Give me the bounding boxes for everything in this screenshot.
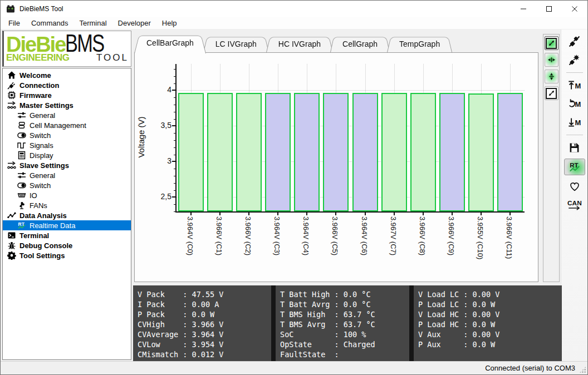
scale-vertical-arrows-button[interactable] — [545, 70, 558, 83]
y-tick — [172, 161, 175, 162]
x-tick — [277, 213, 278, 215]
memory-reload-button[interactable]: M — [564, 96, 585, 111]
y-axis — [175, 64, 177, 213]
home-icon — [7, 71, 16, 80]
y-tick-label: 3 — [135, 156, 171, 165]
sidebar-item-cell-management[interactable]: Cell Management — [3, 120, 131, 130]
sidebar-item-label: Slave Settings — [19, 161, 69, 170]
menu-item-terminal[interactable]: Terminal — [74, 18, 112, 28]
sidebar-item-general[interactable]: General — [3, 110, 131, 120]
value-row-p-aux: P Aux : 0.0 W — [418, 339, 562, 349]
x-tick — [423, 213, 424, 215]
value-row-faultstate: FaultState : — [280, 349, 409, 359]
minimize-button[interactable] — [511, 1, 536, 17]
tab-label: TempGraph — [399, 40, 440, 48]
plot-area: Voltage (V) 2,533,543.964V (C0)3.966V (C… — [135, 53, 539, 283]
panel-divider — [409, 285, 414, 361]
scale-diagonal-arrow-icon — [546, 88, 557, 99]
sidebar-item-realtime-data[interactable]: RTRealtime Data — [3, 220, 131, 230]
plug-connect-button[interactable] — [564, 34, 585, 49]
heart-button[interactable] — [564, 179, 585, 194]
tab-label: CellBarGraph — [146, 38, 194, 47]
memory-upload-button[interactable]: M — [564, 78, 585, 93]
memory-reload-icon: M — [567, 98, 582, 109]
sidebar-item-signals[interactable]: Signals — [3, 140, 131, 150]
menu-item-help[interactable]: Help — [156, 18, 183, 28]
save-button[interactable] — [564, 140, 585, 155]
tab-hc-ivgraph[interactable]: HC IVGraph — [266, 35, 333, 52]
x-tick — [190, 213, 192, 215]
x-tick — [335, 213, 336, 215]
scatter-icon — [7, 211, 16, 220]
x-label-C0: 3.964V (C0) — [186, 216, 194, 255]
tab-tempgraph[interactable]: TempGraph — [387, 35, 452, 52]
resize-grip[interactable] — [579, 366, 586, 373]
y-minor-tick — [174, 83, 175, 84]
bar-C5 — [323, 93, 349, 211]
sidebar-item-fans[interactable]: FANs — [3, 200, 131, 210]
sidebar-item-data-analysis[interactable]: Data Analysis — [3, 210, 131, 220]
scale-horizontal-arrows-button[interactable] — [545, 53, 558, 67]
plug-icon — [7, 81, 16, 90]
x-label-C8: 3.966V (C8) — [418, 216, 427, 255]
menu-item-file[interactable]: File — [3, 18, 26, 28]
value-row-p-load-hc: P Load HC : 0.0 W — [418, 319, 562, 329]
sidebar-item-label: General — [30, 171, 55, 180]
scale-diagonal-arrow-button[interactable] — [545, 36, 558, 50]
sidebar-item-switch[interactable]: Switch — [3, 130, 131, 140]
x-label-C7: 3.967V (C7) — [389, 216, 398, 255]
sidebar-item-terminal[interactable]: Terminal — [3, 230, 131, 240]
left-panel: DieBieBMS ENGINEERINGTOOL WelcomeConnect… — [1, 29, 133, 361]
sidebar-item-io[interactable]: IO — [3, 190, 131, 200]
tab-bar: CellBarGraphLC IVGraphHC IVGraphCellGrap… — [134, 33, 449, 52]
sidebar-item-label: FANs — [30, 201, 47, 210]
close-button[interactable] — [562, 1, 587, 17]
bar-C3 — [265, 93, 291, 211]
sidebar-item-welcome[interactable]: Welcome — [3, 70, 131, 80]
x-tick — [509, 213, 511, 215]
plug-disconnect-button[interactable] — [564, 52, 585, 67]
sidebar-item-label: Signals — [30, 141, 53, 150]
y-minor-tick — [174, 147, 175, 148]
bar-C10 — [468, 93, 494, 211]
x-label-C10: 3.955V (C10) — [476, 216, 484, 259]
sidebar-item-tool-settings[interactable]: Tool Settings — [3, 250, 131, 260]
sidebar-item-general[interactable]: General — [3, 170, 131, 180]
y-minor-tick — [174, 69, 175, 70]
sidebar-item-label: General — [30, 111, 55, 120]
values-column-1: V Pack : 47.55 VI Pack : 0.00 AP Pack : … — [133, 285, 271, 361]
value-row-t-bms-high: T BMS High : 63.7 °C — [280, 309, 409, 319]
sidebar-item-display[interactable]: Display — [3, 150, 131, 160]
tab-cellbargraph[interactable]: CellBarGraph — [134, 33, 206, 52]
menu-item-developer[interactable]: Developer — [112, 18, 156, 28]
title-bar: DieBieMS Tool — [1, 1, 587, 17]
realtime-icon: RT — [17, 221, 26, 230]
sidebar-item-label: IO — [30, 191, 37, 200]
sliders-icon — [17, 171, 26, 180]
maximize-button[interactable] — [536, 1, 562, 17]
tab-cellgraph[interactable]: CellGraph — [330, 35, 390, 52]
sidebar-item-firmware[interactable]: Firmware — [3, 90, 131, 100]
bar-C7 — [381, 93, 407, 211]
sidebar-item-master-settings[interactable]: Master Settings — [3, 100, 131, 110]
realtime-button[interactable]: RT — [564, 159, 585, 175]
y-tick — [172, 196, 175, 198]
menu-item-commands[interactable]: Commands — [26, 18, 74, 28]
scale-diagonal-arrow-button[interactable] — [545, 86, 558, 100]
value-row-p-load-lc: P Load LC : 0.0 W — [418, 299, 562, 309]
sidebar-item-label: Connection — [19, 81, 60, 90]
x-axis — [175, 211, 525, 213]
sidebar-item-label: Tool Settings — [19, 251, 65, 260]
sidebar-item-connection[interactable]: Connection — [3, 80, 131, 90]
x-tick — [452, 213, 453, 215]
sidebar-item-debug-console[interactable]: Debug Console — [3, 240, 131, 250]
sidebar-item-slave-settings[interactable]: Slave Settings — [3, 160, 131, 170]
can-bus-button[interactable]: CAN — [564, 197, 585, 212]
sidebar-item-switch[interactable]: Switch — [3, 180, 131, 190]
tab-label: HC IVGraph — [278, 40, 321, 48]
memory-download-button[interactable]: M — [564, 115, 585, 130]
tab-lc-ivgraph[interactable]: LC IVGraph — [203, 35, 269, 52]
y-minor-tick — [174, 176, 175, 176]
x-tick — [248, 213, 249, 215]
y-minor-tick — [174, 76, 175, 77]
